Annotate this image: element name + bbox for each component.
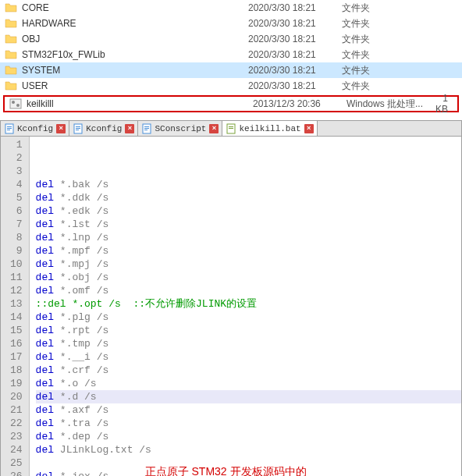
svg-rect-16	[229, 126, 233, 127]
code-line: del *.crf /s	[36, 364, 461, 377]
line-number: 1	[10, 138, 23, 151]
line-number: 22	[10, 417, 23, 430]
file-type: Windows 批处理...	[346, 98, 432, 111]
line-number: 21	[10, 403, 23, 417]
line-number: 6	[10, 204, 23, 218]
file-type: 文件夹	[342, 64, 428, 77]
code-line: del *.mpj /s	[36, 258, 461, 271]
editor-tab[interactable]: Kconfig×	[69, 121, 138, 136]
tab-label: SConscript	[155, 124, 206, 133]
editor: Kconfig×Kconfig×SConscript×keilkill.bat×…	[0, 120, 462, 476]
folder-icon	[5, 33, 17, 45]
tab-label: keilkill.bat	[239, 124, 300, 133]
folder-icon	[5, 80, 17, 92]
line-number: 9	[10, 244, 23, 258]
svg-rect-12	[144, 126, 149, 127]
file-row[interactable]: USER2020/3/30 18:21文件夹	[0, 78, 462, 94]
editor-tab[interactable]: SConscript×	[138, 121, 222, 136]
code-line: del *.rpt /s	[36, 324, 461, 337]
file-name: HARDWARE	[22, 18, 248, 29]
line-number: 10	[10, 258, 23, 271]
line-number: 24	[10, 443, 23, 456]
svg-rect-8	[76, 126, 80, 127]
file-row[interactable]: CORE2020/3/30 18:21文件夹	[0, 0, 462, 16]
code-line: del *.d /s	[36, 390, 461, 403]
svg-rect-14	[144, 130, 147, 130]
editor-tab[interactable]: keilkill.bat×	[222, 121, 317, 136]
file-row[interactable]: SYSTEM2020/3/30 18:21文件夹	[0, 62, 462, 78]
tab-close-icon[interactable]: ×	[56, 124, 66, 133]
code-line: del *.mpf /s	[36, 244, 461, 258]
code-line: del *.ddk /s	[36, 191, 461, 204]
line-number: 16	[10, 337, 23, 350]
code-line: del *.__i /s	[36, 350, 461, 364]
line-gutter: 1234567891011121314151617181920212223242…	[1, 137, 30, 476]
line-number: 14	[10, 311, 23, 324]
tab-close-icon[interactable]: ×	[125, 124, 134, 133]
svg-rect-5	[7, 128, 12, 129]
tab-close-icon[interactable]: ×	[209, 124, 219, 133]
file-name: STM32F10x_FWLib	[22, 49, 248, 60]
svg-rect-4	[7, 126, 12, 127]
annotation-line-1: 正点原子 STM32 开发板源码中的	[145, 464, 307, 476]
file-row[interactable]: keilkilll2013/12/3 20:36Windows 批处理...1 …	[3, 95, 459, 112]
file-size: 1 KB	[432, 93, 453, 115]
document-icon	[4, 123, 15, 134]
code-line: del *.omf /s	[36, 284, 461, 297]
line-number: 19	[10, 377, 23, 390]
folder-icon	[5, 64, 17, 76]
editor-tab[interactable]: Kconfig×	[1, 121, 69, 136]
line-number: 5	[10, 191, 23, 204]
line-number: 18	[10, 364, 23, 377]
file-date: 2020/3/30 18:21	[248, 34, 342, 44]
folder-icon	[5, 2, 17, 14]
svg-rect-6	[7, 130, 10, 130]
svg-rect-13	[144, 128, 149, 129]
svg-rect-0	[10, 99, 21, 108]
file-list: CORE2020/3/30 18:21文件夹HARDWARE2020/3/30 …	[0, 0, 462, 112]
bat-file-icon	[9, 98, 22, 110]
svg-rect-10	[76, 130, 79, 130]
line-number: 7	[10, 218, 23, 231]
file-date: 2020/3/30 18:21	[248, 65, 342, 76]
file-date: 2020/3/30 18:21	[248, 2, 342, 13]
code-body[interactable]: 正点原子 STM32 开发板源码中的 自动清除工程的脚本 del *.bak /…	[30, 137, 461, 476]
file-type: 文件夹	[342, 2, 428, 15]
file-name: OBJ	[22, 34, 248, 44]
line-number: 13	[10, 297, 23, 311]
file-date: 2013/12/3 20:36	[253, 98, 346, 109]
folder-icon	[5, 48, 17, 61]
file-name: keilkilll	[27, 98, 253, 109]
tab-label: Kconfig	[86, 124, 122, 133]
svg-rect-9	[76, 128, 80, 129]
svg-point-1	[12, 101, 15, 104]
file-row[interactable]: STM32F10x_FWLib2020/3/30 18:21文件夹	[0, 47, 462, 62]
file-row[interactable]: OBJ2020/3/30 18:21文件夹	[0, 31, 462, 47]
file-date: 2020/3/30 18:21	[248, 80, 342, 91]
code-line: del *.tmp /s	[36, 337, 461, 350]
annotation: 正点原子 STM32 开发板源码中的 自动清除工程的脚本	[145, 432, 307, 476]
code-line: del *.tra /s	[36, 417, 461, 430]
tab-bar: Kconfig×Kconfig×SConscript×keilkill.bat×	[1, 121, 461, 137]
code-line: del *.plg /s	[36, 311, 461, 324]
code-line: del *.obj /s	[36, 271, 461, 284]
bat-file-icon	[226, 123, 236, 134]
code-area: 1234567891011121314151617181920212223242…	[1, 137, 461, 476]
code-line: del *.edk /s	[36, 204, 461, 218]
line-number: 2	[10, 151, 23, 165]
line-number: 3	[10, 165, 23, 178]
document-icon	[73, 123, 84, 134]
code-line: ::del *.opt /s ::不允许删除JLINK的设置	[36, 297, 461, 311]
file-type: 文件夹	[342, 33, 428, 46]
line-number: 20	[10, 390, 23, 403]
file-row[interactable]: HARDWARE2020/3/30 18:21文件夹	[0, 16, 462, 31]
document-icon	[141, 123, 152, 134]
file-name: USER	[22, 80, 248, 91]
file-type: 文件夹	[342, 48, 428, 62]
code-line: del *.axf /s	[36, 403, 461, 417]
line-number: 8	[10, 231, 23, 244]
tab-close-icon[interactable]: ×	[304, 124, 314, 133]
code-line: del *.lst /s	[36, 218, 461, 231]
line-number: 23	[10, 430, 23, 443]
line-number: 17	[10, 350, 23, 364]
